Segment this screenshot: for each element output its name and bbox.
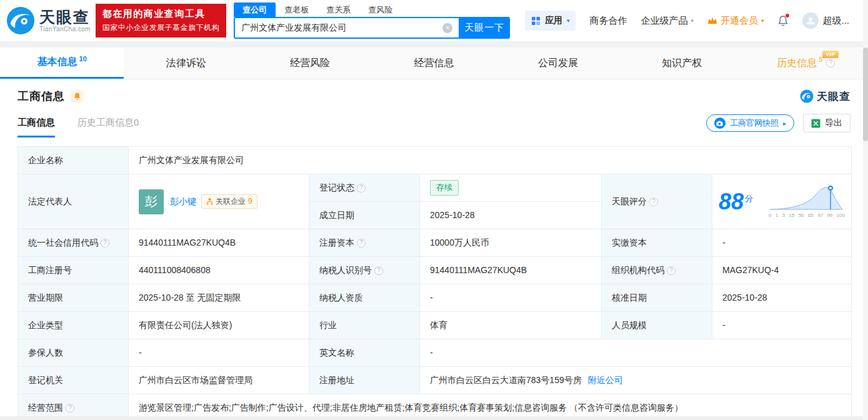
user-name: 超级... <box>822 15 849 27</box>
nav-apps-label: 应用 <box>545 15 562 26</box>
notification-dot <box>786 14 789 18</box>
score-distribution-chart: 0131550659799100 <box>769 184 845 219</box>
help-icon[interactable]: ? <box>357 184 366 192</box>
reg-number-label: 工商注册号 <box>18 257 128 284</box>
nav-enterprise-label: 企业级产品 <box>641 15 687 27</box>
reg-status-value: 存续 <box>420 174 601 201</box>
tab-intellectual-property[interactable]: 知识产权 <box>620 48 744 79</box>
tianyancha-logo[interactable]: 天眼查 TianYanCha.com <box>6 6 91 35</box>
monitor-bell-button[interactable] <box>71 90 83 102</box>
score-value: 88 分 <box>719 191 753 213</box>
subtab-row: 工商信息 历史工商信息0 工商官网快照 ▸ <box>0 104 868 138</box>
reg-capital-value: 10000万人民币 <box>420 229 601 256</box>
tab-operation-risk-label: 经营风险 <box>290 57 330 70</box>
section-watermark-logo: 天眼查 <box>800 89 851 104</box>
english-name-value: - <box>420 339 851 366</box>
legal-rep-cell: 彭 彭小键 关联企业 9 <box>129 174 309 229</box>
score-axis-ticks: 0131550659799100 <box>769 212 845 219</box>
related-companies-badge[interactable]: 关联企业 9 <box>201 194 257 209</box>
tab-basic-info[interactable]: 基本信息 10 <box>0 48 124 79</box>
nav-open-vip[interactable]: 开通会员 ▾ <box>707 15 764 27</box>
notification-bell[interactable] <box>777 15 789 27</box>
subtab-history-business-info[interactable]: 历史工商信息0 <box>77 117 139 138</box>
nav-apps[interactable]: 应用 ▾ <box>525 11 576 31</box>
camera-icon <box>714 118 726 129</box>
company-type-value: 有限责任公司(法人独资) <box>129 312 309 339</box>
search-input-wrap: × <box>234 17 459 39</box>
legal-rep-label: 法定代表人 <box>18 174 128 229</box>
snapshot-button[interactable]: 工商官网快照 ▸ <box>706 114 794 132</box>
search-tabs: 查公司 查老板 查关系 查风险 <box>234 2 510 17</box>
tab-legal-proceedings-label: 法律诉讼 <box>166 57 206 70</box>
scrollbar-thumb[interactable] <box>863 48 868 141</box>
reg-authority-label: 登记机关 <box>18 367 128 394</box>
establish-date-label: 成立日期 <box>309 202 419 229</box>
user-avatar <box>802 12 819 29</box>
tab-legal-proceedings[interactable]: 法律诉讼 <box>124 48 247 79</box>
user-account[interactable]: 超级... <box>802 12 849 29</box>
search-tab-company[interactable]: 查公司 <box>234 2 276 17</box>
scrollbar-track[interactable] <box>863 0 868 420</box>
related-companies-count: 9 <box>248 196 252 207</box>
reg-status-label: 登记状态 ? <box>309 174 419 201</box>
taxpayer-quality-value: - <box>420 284 601 311</box>
tab-history-info-label: 历史信息 <box>777 57 817 70</box>
help-icon[interactable]: ? <box>649 198 658 206</box>
business-term-value: 2025-10-28 至 无固定期限 <box>129 284 309 311</box>
export-button[interactable]: 导出 <box>803 114 851 132</box>
tab-company-development[interactable]: 公司发展 <box>496 48 620 79</box>
establish-date-value: 2025-10-28 <box>420 202 601 229</box>
tianyancha-logo-icon <box>6 6 35 35</box>
taxpayer-quality-label: 纳税人资质 <box>309 284 419 311</box>
help-icon[interactable]: ? <box>66 404 74 412</box>
logo-text: 天眼查 TianYanCha.com <box>39 9 91 32</box>
company-name-label: 企业名称 <box>18 147 128 174</box>
main-tab-bar: 基本信息 10 法律诉讼 经营风险 经营信息 公司发展 知识产权 VIP 历史信… <box>0 48 868 79</box>
org-code-label: 组织机构代码 ? <box>602 257 712 284</box>
help-icon[interactable]: ? <box>357 239 366 248</box>
nav-open-vip-label: 开通会员 <box>721 15 758 27</box>
help-icon[interactable]: ? <box>826 59 835 68</box>
org-chart-icon <box>206 198 213 205</box>
search-tab-boss[interactable]: 查老板 <box>276 2 317 17</box>
company-type-label: 企业类型 <box>18 312 128 339</box>
help-icon[interactable]: ? <box>374 266 383 275</box>
insured-count-value: - <box>129 339 309 366</box>
paid-capital-label: 实缴资本 <box>602 229 712 256</box>
top-nav: 应用 ▾ 商务合作 企业级产品 ▾ 开通会员 ▾ <box>525 11 859 31</box>
search-button[interactable]: 天眼一下 <box>459 17 510 39</box>
industry-label: 行业 <box>309 312 419 339</box>
subtab-business-info[interactable]: 工商信息 <box>17 117 55 138</box>
nav-enterprise[interactable]: 企业级产品 ▾ <box>641 15 694 27</box>
taxpayer-id-value: 91440111MAG27KUQ4B <box>420 257 601 284</box>
help-icon[interactable]: ? <box>101 239 109 248</box>
excel-export-icon <box>811 119 821 128</box>
help-icon[interactable]: ? <box>667 266 676 275</box>
staff-size-value: - <box>712 312 851 339</box>
legal-rep-avatar[interactable]: 彭 <box>139 189 164 214</box>
tab-operation-info[interactable]: 经营信息 <box>372 48 496 79</box>
tab-intellectual-property-label: 知识产权 <box>662 57 702 70</box>
search-input[interactable] <box>235 23 442 33</box>
reg-number-value: 440111008406808 <box>129 257 309 284</box>
header-divider <box>0 41 868 48</box>
credit-code-value: 91440111MAG27KUQ4B <box>129 229 309 256</box>
search-tab-relation[interactable]: 查关系 <box>317 2 359 17</box>
search-row: × 天眼一下 <box>234 17 510 39</box>
tab-history-info[interactable]: VIP 历史信息 5 ? <box>744 48 868 79</box>
apps-grid-icon <box>531 16 541 26</box>
nearby-companies-link[interactable]: 附近公司 <box>588 374 623 386</box>
nav-cooperation[interactable]: 商务合作 <box>589 15 627 27</box>
subtab-history-label: 历史工商信息 <box>77 117 134 128</box>
tab-operation-risk[interactable]: 经营风险 <box>248 48 372 79</box>
company-name-value: 广州文体产业发展有限公司 <box>129 147 851 174</box>
tab-operation-info-label: 经营信息 <box>414 57 454 70</box>
business-term-label: 营业期限 <box>18 284 128 311</box>
score-cell: 88 分 0131550659799100 <box>712 174 851 229</box>
legal-rep-link[interactable]: 彭小键 <box>170 195 196 208</box>
subtab-history-count: 0 <box>134 117 139 128</box>
tab-company-development-label: 公司发展 <box>538 57 578 70</box>
chevron-down-icon: ▾ <box>691 18 694 24</box>
search-tab-risk[interactable]: 查风险 <box>359 2 401 17</box>
clear-icon[interactable]: × <box>442 23 452 33</box>
